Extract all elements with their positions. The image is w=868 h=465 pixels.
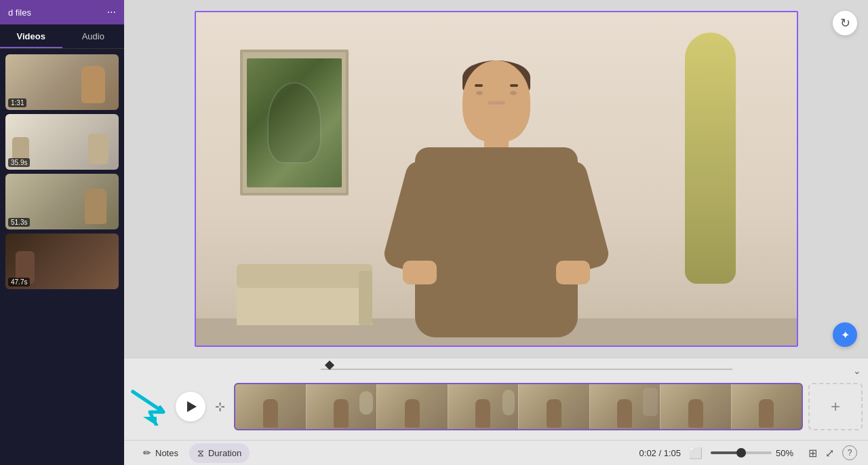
timeline-scrubber: ⌄	[124, 358, 868, 380]
notes-label: Notes	[155, 448, 178, 458]
monitor-icon[interactable]: ⬜	[689, 447, 703, 460]
thumbnail-duration: 47.7s	[8, 278, 30, 286]
timeline-frame	[235, 384, 307, 429]
video-scene	[196, 12, 797, 346]
bottom-right-controls: 0:02 / 1:05 ⬜ 50% ⊞ ⤢ ?	[639, 445, 857, 460]
sidebar-thumbnails: 1:31 35.9s 51.3s 47.7s	[0, 49, 124, 465]
scene-person	[388, 60, 605, 346]
play-icon	[187, 401, 197, 412]
magic-button[interactable]: ✦	[833, 322, 857, 347]
scrubber-marker[interactable]	[326, 362, 333, 369]
play-button[interactable]	[176, 392, 205, 422]
duration-label: Duration	[208, 448, 241, 458]
refresh-icon: ↻	[840, 16, 850, 31]
magic-icon: ✦	[841, 329, 850, 341]
sidebar: d files ··· Videos Audio 1:31	[0, 0, 124, 465]
help-button[interactable]: ?	[842, 445, 857, 460]
content-area: ↻ ✦ ⌄	[124, 0, 868, 465]
zoom-label: 50%	[776, 448, 800, 458]
timeline-frame	[732, 384, 802, 429]
timeline-frame	[448, 384, 519, 429]
thumbnail-duration: 1:31	[8, 98, 26, 107]
move-icon: ⊹	[215, 399, 225, 414]
duration-icon: ⧖	[197, 447, 204, 459]
bottom-left-controls: ✏ Notes ⧖ Duration	[135, 443, 250, 463]
notes-icon: ✏	[143, 447, 151, 458]
sidebar-header-title: d files	[8, 7, 31, 18]
main-layout: d files ··· Videos Audio 1:31	[0, 0, 868, 465]
zoom-slider-thumb[interactable]	[736, 448, 746, 458]
timeline-strip[interactable]	[234, 383, 803, 430]
list-item[interactable]: 51.3s	[5, 174, 119, 229]
duration-button[interactable]: ⧖ Duration	[189, 443, 250, 463]
help-icon: ?	[848, 448, 852, 458]
timeline-frame	[660, 384, 732, 429]
grid-icon[interactable]: ⊞	[808, 447, 817, 460]
thumbnail-duration: 51.3s	[8, 218, 30, 227]
timeline-frame	[590, 384, 661, 429]
drop-arrow-icon	[130, 388, 170, 426]
refresh-button[interactable]: ↻	[833, 11, 857, 35]
zoom-slider[interactable]	[711, 451, 772, 454]
bottom-toolbar: ✏ Notes ⧖ Duration 0:02 / 1:05 ⬜ 50%	[124, 440, 868, 465]
timeline-content: ⊹	[124, 380, 868, 433]
add-clip-button[interactable]: +	[808, 383, 863, 430]
scrubber-track[interactable]	[321, 369, 732, 370]
time-display: 0:02 / 1:05	[639, 448, 681, 458]
move-handle[interactable]: ⊹	[211, 398, 229, 415]
thumbnail-duration: 35.9s	[8, 158, 30, 167]
list-item[interactable]: 35.9s	[5, 114, 119, 170]
video-preview: ↻ ✦	[124, 0, 868, 358]
timeline-area: ⌄ ⊹	[124, 358, 868, 440]
list-item[interactable]: 47.7s	[5, 234, 119, 289]
expand-icon[interactable]: ⤢	[825, 447, 834, 460]
arrow-indicator	[130, 388, 170, 426]
timeline-frame	[307, 384, 378, 429]
sidebar-tabs: Videos Audio	[0, 24, 124, 49]
tab-videos[interactable]: Videos	[0, 24, 62, 48]
tab-audio[interactable]: Audio	[62, 24, 125, 48]
list-item[interactable]: 1:31	[5, 54, 119, 110]
sidebar-header: d files ···	[0, 0, 124, 24]
add-icon: +	[831, 397, 840, 416]
video-frame	[195, 11, 798, 347]
timeline-frame	[377, 384, 448, 429]
scrubber-diamond	[325, 360, 334, 370]
notes-button[interactable]: ✏ Notes	[135, 443, 186, 462]
sidebar-more-button[interactable]: ···	[107, 6, 116, 18]
scrubber-chevron-icon[interactable]: ⌄	[853, 365, 861, 376]
zoom-control: 50%	[711, 448, 800, 458]
timeline-frame	[519, 384, 590, 429]
